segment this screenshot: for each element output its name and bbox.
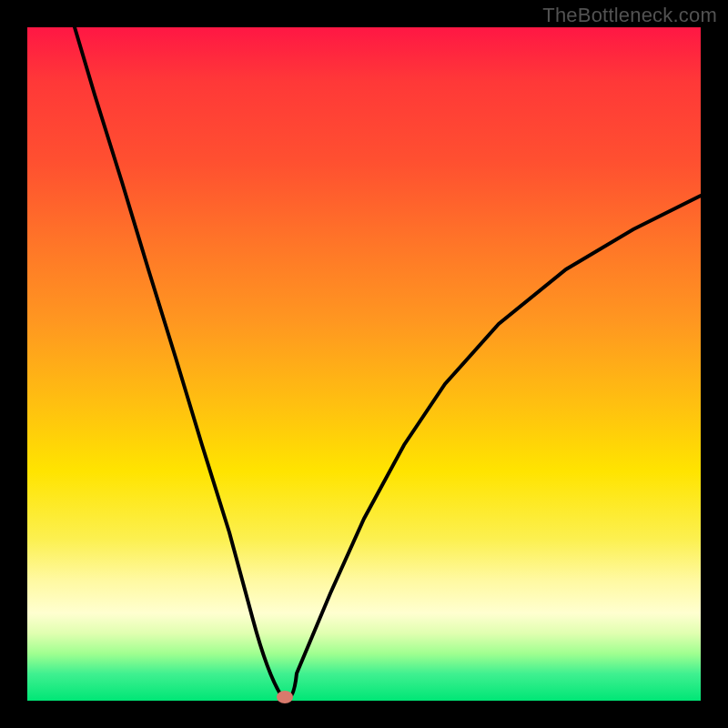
curve-path [75,27,701,701]
optimal-point-marker [277,691,293,703]
watermark-text: TheBottleneck.com [542,4,717,27]
chart-plot-area [27,27,701,701]
bottleneck-curve [27,27,701,701]
